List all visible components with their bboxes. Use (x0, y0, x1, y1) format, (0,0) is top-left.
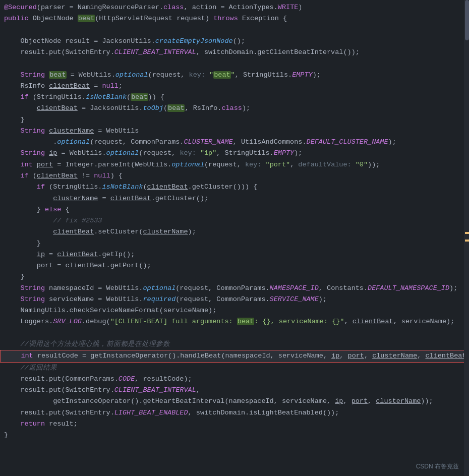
code-line-39: } (0, 430, 469, 441)
code-line-21: clientBeat.setCluster(clusterName); (0, 226, 469, 237)
code-line-35: result.put(SwitchEntry.CLIENT_BEAT_INTER… (0, 385, 469, 396)
code-line-22: } (0, 238, 469, 249)
code-line-38: return result; (0, 419, 469, 430)
scrollbar-thumb[interactable] (465, 0, 469, 40)
vertical-scrollbar[interactable] (464, 0, 469, 476)
code-line-15: int port = Integer.parseInt(WebUtils.opt… (0, 159, 469, 170)
code-line-18: clusterName = clientBeat.getCluster(); (0, 193, 469, 204)
code-line-23: ip = clientBeat.getIp(); (0, 249, 469, 260)
scrollbar-mark-2 (465, 240, 469, 242)
code-line-19: } else { (0, 204, 469, 215)
code-line-32: int resultCode = getInstanceOperator().h… (0, 350, 469, 362)
code-line-25: } (0, 271, 469, 282)
code-line-12: String clusterName = WebUtils (0, 126, 469, 137)
code-line-28: NamingUtils.checkServiceNameFormat(servi… (0, 305, 469, 316)
code-line-26: String namespaceId = WebUtils.optional(r… (0, 283, 469, 294)
code-line-17: if (StringUtils.isNotBlank(clientBeat.ge… (0, 182, 469, 193)
code-line-2: public ObjectNode beat(HttpServletReques… (0, 13, 469, 24)
code-line-8: RsInfo clientBeat = null; (0, 81, 469, 92)
code-line-24: port = clientBeat.getPort(); (0, 260, 469, 271)
code-line-10: clientBeat = JacksonUtils.toObj(beat, Rs… (0, 103, 469, 114)
code-line-9: if (StringUtils.isNotBlank(beat)) { (0, 92, 469, 103)
code-line-1: @Secured(parser = NamingResourceParser.c… (0, 2, 469, 13)
code-line-5: result.put(SwitchEntry.CLIENT_BEAT_INTER… (0, 47, 469, 58)
code-line-3 (0, 25, 469, 36)
code-line-29: Loggers.SRV_LOG.debug("[CLIENT-BEAT] ful… (0, 316, 469, 327)
code-line-6 (0, 58, 469, 69)
code-line-20: // fix #2533 (0, 215, 469, 226)
code-container: @Secured(parser = NamingResourceParser.c… (0, 0, 469, 443)
code-line-27: String serviceName = WebUtils.required(r… (0, 294, 469, 305)
code-line-30 (0, 328, 469, 339)
code-line-7: String beat = WebUtils.optional(request,… (0, 70, 469, 81)
code-line-34: result.put(CommonParams.CODE, resultCode… (0, 374, 469, 385)
code-line-36: getInstanceOperator().getHeartBeatInterv… (0, 396, 469, 407)
code-line-14: String ip = WebUtils.optional(request, k… (0, 148, 469, 159)
code-line-4: ObjectNode result = JacksonUtils.createE… (0, 36, 469, 47)
code-line-31: //调用这个方法处理心跳，前面都是在处理参数 (0, 339, 469, 350)
code-line-11: } (0, 114, 469, 126)
watermark: CSDN 布鲁克兹 (416, 462, 459, 471)
code-line-16: if (clientBeat != null) { (0, 170, 469, 182)
scrollbar-mark-1 (465, 232, 469, 234)
code-line-13: .optional(request, CommonParams.CLUSTER_… (0, 137, 469, 148)
code-line-37: result.put(SwitchEntry.LIGHT_BEAT_ENABLE… (0, 407, 469, 419)
code-line-33: //返回结果 (0, 363, 469, 374)
